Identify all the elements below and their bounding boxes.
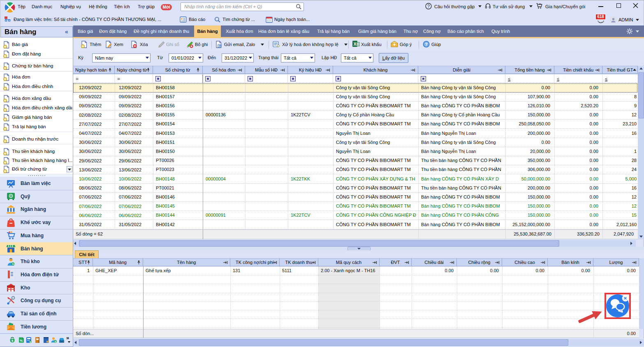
svg-text:?: ? xyxy=(425,42,427,47)
svg-text:$: $ xyxy=(55,340,56,343)
svg-text:X: X xyxy=(354,42,357,46)
svg-text:$: $ xyxy=(30,341,31,343)
svg-text:%: % xyxy=(20,339,23,342)
svg-text:?: ? xyxy=(427,4,430,9)
